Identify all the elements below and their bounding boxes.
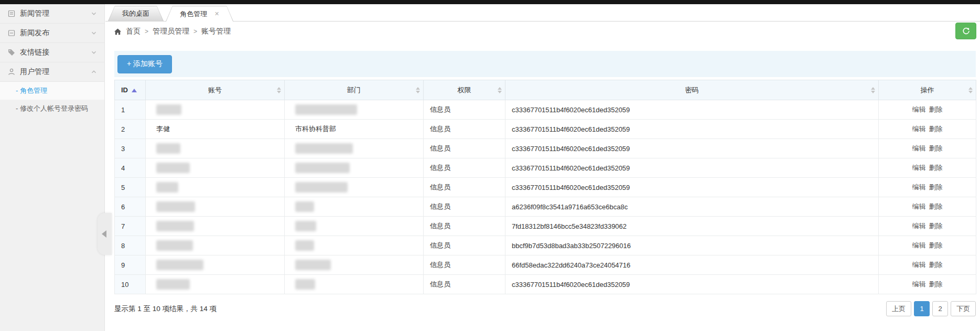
column-header-label: 权限 bbox=[458, 86, 471, 94]
accounts-table-wrap: ID账号部门权限密码操作 1信息员c33367701511b4f6020ec61… bbox=[114, 80, 976, 294]
cell-account bbox=[146, 236, 285, 255]
delete-link[interactable]: 删除 bbox=[929, 144, 943, 152]
sidebar-subitem[interactable]: - 修改个人帐号登录密码 bbox=[0, 100, 104, 118]
breadcrumb: 首页>管理员管理>账号管理 bbox=[125, 27, 232, 36]
delete-link[interactable]: 删除 bbox=[929, 280, 943, 288]
tab-close-icon[interactable]: ✕ bbox=[214, 11, 219, 17]
sidebar-item-2[interactable]: 新闻发布 bbox=[0, 24, 104, 43]
cell-account bbox=[146, 217, 285, 236]
edit-link[interactable]: 编辑 bbox=[912, 125, 926, 133]
delete-link[interactable]: 删除 bbox=[929, 202, 943, 210]
sidebar-item-1[interactable]: 新闻管理 bbox=[0, 4, 104, 24]
cell-id: 6 bbox=[115, 197, 146, 217]
cell-id: 5 bbox=[115, 178, 146, 197]
breadcrumb-item[interactable]: 首页 bbox=[126, 27, 141, 35]
sidebar-collapse-handle[interactable] bbox=[98, 213, 112, 255]
edit-link[interactable]: 编辑 bbox=[912, 183, 926, 191]
sidebar-item-3[interactable]: 友情链接 bbox=[0, 43, 104, 62]
table-row: 6信息员a6236f09f8c3541a9716a653ce6bca8c编辑删除 bbox=[115, 197, 976, 217]
column-header-账号[interactable]: 账号 bbox=[146, 80, 285, 100]
delete-link[interactable]: 删除 bbox=[929, 241, 943, 249]
sidebar-item-4[interactable]: 用户管理 bbox=[0, 62, 104, 82]
cell-password: c33367701511b4f6020ec61ded352059 bbox=[505, 178, 879, 197]
column-header-ID[interactable]: ID bbox=[115, 80, 146, 100]
cell-department bbox=[285, 178, 424, 197]
table-footer: 显示第 1 至 10 项结果，共 14 项 上页12下页 bbox=[114, 301, 976, 316]
cell-permission: 信息员 bbox=[424, 100, 505, 120]
tab-2[interactable]: 角色管理✕ bbox=[166, 6, 233, 22]
add-account-button[interactable]: + 添加账号 bbox=[117, 55, 172, 73]
breadcrumb-item[interactable]: 管理员管理 bbox=[153, 27, 189, 35]
cell-password: 7fd18312bf8146bcc5e34823fd339062 bbox=[505, 217, 879, 236]
cell-id: 7 bbox=[115, 217, 146, 236]
refresh-button[interactable] bbox=[955, 23, 976, 39]
tab-inner: 角色管理✕ bbox=[166, 6, 233, 22]
delete-link[interactable]: 删除 bbox=[929, 105, 943, 113]
column-header-密码[interactable]: 密码 bbox=[505, 80, 879, 100]
refresh-icon bbox=[962, 27, 970, 35]
page-button-2[interactable]: 2 bbox=[932, 301, 948, 316]
edit-link[interactable]: 编辑 bbox=[912, 105, 926, 113]
tag-icon bbox=[7, 48, 16, 57]
accounts-table: ID账号部门权限密码操作 1信息员c33367701511b4f6020ec61… bbox=[114, 80, 976, 294]
cell-id: 10 bbox=[115, 275, 146, 294]
column-header-label: 密码 bbox=[685, 86, 699, 94]
column-header-部门[interactable]: 部门 bbox=[285, 80, 424, 100]
news-icon bbox=[7, 9, 16, 18]
cell-actions: 编辑删除 bbox=[879, 120, 976, 139]
cell-id: 2 bbox=[115, 120, 146, 139]
tab-1[interactable]: 我的桌面 bbox=[108, 6, 164, 21]
cell-actions: 编辑删除 bbox=[879, 217, 976, 236]
edit-link[interactable]: 编辑 bbox=[912, 144, 926, 152]
table-row: 8信息员bbcf9b7d53d8bad3ab33b25072296016编辑删除 bbox=[115, 236, 976, 255]
sidebar-item-label: 新闻管理 bbox=[20, 9, 49, 18]
tab-label: 角色管理 bbox=[180, 9, 207, 19]
sort-arrows-icon bbox=[277, 87, 281, 93]
delete-link[interactable]: 删除 bbox=[929, 125, 943, 133]
cell-actions: 编辑删除 bbox=[879, 197, 976, 217]
cell-password: c33367701511b4f6020ec61ded352059 bbox=[505, 158, 879, 178]
cell-id: 9 bbox=[115, 255, 146, 275]
edit-link[interactable]: 编辑 bbox=[912, 222, 926, 230]
column-header-权限[interactable]: 权限 bbox=[424, 80, 505, 100]
cell-actions: 编辑删除 bbox=[879, 236, 976, 255]
table-row: 10信息员c33367701511b4f6020ec61ded352059编辑删… bbox=[115, 275, 976, 294]
sidebar-subitem[interactable]: - 角色管理 bbox=[0, 82, 104, 100]
edit-link[interactable]: 编辑 bbox=[912, 241, 926, 249]
cell-department bbox=[285, 139, 424, 158]
cell-actions: 编辑删除 bbox=[879, 158, 976, 178]
cell-id: 4 bbox=[115, 158, 146, 178]
cell-account bbox=[146, 255, 285, 275]
cell-account bbox=[146, 178, 285, 197]
edit-link[interactable]: 编辑 bbox=[912, 280, 926, 288]
sort-arrows-icon bbox=[498, 87, 502, 93]
page-button-下页[interactable]: 下页 bbox=[951, 301, 976, 316]
chevron-down-icon bbox=[90, 10, 98, 17]
edit-link[interactable]: 编辑 bbox=[912, 261, 926, 269]
cell-permission: 信息员 bbox=[424, 178, 505, 197]
column-header-操作[interactable]: 操作 bbox=[879, 80, 976, 100]
delete-link[interactable]: 删除 bbox=[929, 183, 943, 191]
cell-actions: 编辑删除 bbox=[879, 275, 976, 294]
cell-department: 市科协科普部 bbox=[285, 120, 424, 139]
cell-permission: 信息员 bbox=[424, 255, 505, 275]
table-row: 5信息员c33367701511b4f6020ec61ded352059编辑删除 bbox=[115, 178, 976, 197]
cell-department bbox=[285, 100, 424, 120]
cell-password: c33367701511b4f6020ec61ded352059 bbox=[505, 100, 879, 120]
redacted-account bbox=[156, 221, 194, 231]
table-row: 1信息员c33367701511b4f6020ec61ded352059编辑删除 bbox=[115, 100, 976, 120]
sidebar-menu: 新闻管理新闻发布友情链接用户管理- 角色管理- 修改个人帐号登录密码 bbox=[0, 4, 104, 118]
delete-link[interactable]: 删除 bbox=[929, 222, 943, 230]
cell-account bbox=[146, 275, 285, 294]
redacted-department bbox=[295, 201, 314, 212]
edit-link[interactable]: 编辑 bbox=[912, 202, 926, 210]
edit-link[interactable]: 编辑 bbox=[912, 164, 926, 172]
pagination: 上页12下页 bbox=[886, 301, 976, 316]
page-button-上页[interactable]: 上页 bbox=[886, 301, 911, 316]
delete-link[interactable]: 删除 bbox=[929, 164, 943, 172]
table-row: 9信息员66fd58edac322dd6240a73ce24054716编辑删除 bbox=[115, 255, 976, 275]
table-row: 3信息员c33367701511b4f6020ec61ded352059编辑删除 bbox=[115, 139, 976, 158]
chevron-down-icon bbox=[90, 49, 98, 56]
page-button-1[interactable]: 1 bbox=[914, 301, 930, 316]
delete-link[interactable]: 删除 bbox=[929, 261, 943, 269]
